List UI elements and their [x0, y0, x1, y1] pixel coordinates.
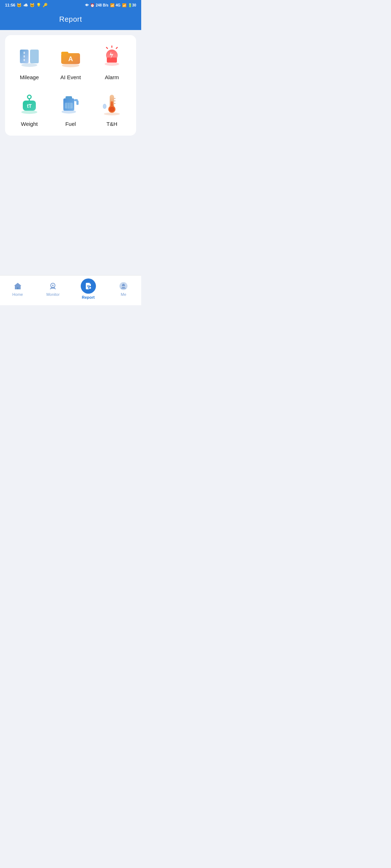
nav-label-report: Report	[82, 295, 94, 299]
alarm-menu-item[interactable]: Alarm	[91, 44, 133, 80]
svg-point-17	[28, 95, 31, 99]
svg-rect-23	[66, 96, 72, 99]
svg-point-29	[62, 110, 76, 114]
report-active-bubble	[81, 278, 96, 294]
svg-rect-4	[24, 59, 25, 61]
alarm-icon	[99, 44, 125, 70]
page-header: Report	[0, 10, 141, 30]
nav-label-home: Home	[12, 292, 23, 297]
tnh-icon	[99, 90, 125, 116]
home-icon	[13, 281, 22, 291]
svg-point-21	[21, 110, 37, 114]
mileage-menu-item[interactable]: Mileage	[9, 44, 50, 80]
svg-rect-26	[65, 103, 73, 109]
status-time: 11:56 🐱 ☁️ 🐱 💡 🔑	[5, 3, 48, 8]
svg-point-16	[105, 62, 119, 66]
me-icon	[119, 281, 128, 291]
svg-point-33	[109, 107, 114, 112]
svg-rect-40	[17, 287, 18, 289]
svg-text:tT: tT	[27, 103, 32, 109]
nav-item-monitor[interactable]: Monitor	[35, 281, 71, 297]
nav-item-me[interactable]: Me	[106, 281, 142, 297]
svg-point-42	[52, 285, 54, 286]
mileage-icon	[16, 44, 42, 70]
fuel-menu-item[interactable]: Fuel	[50, 90, 91, 127]
nav-label-monitor: Monitor	[46, 292, 60, 297]
alarm-label: Alarm	[105, 74, 119, 80]
ai-event-menu-item[interactable]: A AI Event	[50, 44, 91, 80]
nav-item-report[interactable]: Report	[71, 278, 106, 299]
tnh-label: T&H	[106, 121, 117, 127]
main-content: Mileage	[0, 30, 141, 275]
svg-text:A: A	[68, 55, 73, 63]
nav-item-home[interactable]: Home	[0, 281, 35, 297]
svg-point-9	[62, 64, 79, 67]
status-indicators: 👁 ⏰ 248 B/s 📶 4G 📶 🔋30	[85, 3, 136, 7]
status-bar: 11:56 🐱 ☁️ 🐱 💡 🔑 👁 ⏰ 248 B/s 📶 4G 📶 🔋30	[0, 0, 141, 10]
report-icon	[84, 282, 92, 290]
monitor-icon	[48, 281, 58, 291]
svg-line-11	[116, 47, 117, 48]
weight-menu-item[interactable]: tT Weight	[9, 90, 50, 127]
svg-point-38	[104, 105, 106, 108]
fuel-label: Fuel	[65, 121, 76, 127]
ai-event-icon: A	[58, 44, 84, 70]
fuel-icon	[58, 90, 84, 116]
report-menu-card: Mileage	[5, 35, 136, 136]
bottom-navigation: Home Monitor Report	[0, 275, 141, 305]
weight-label: Weight	[21, 121, 38, 127]
svg-rect-1	[30, 50, 39, 63]
weight-icon: tT	[16, 90, 42, 116]
nav-label-me: Me	[121, 292, 126, 297]
svg-point-5	[21, 63, 37, 67]
svg-rect-3	[24, 55, 25, 58]
mileage-label: Mileage	[20, 74, 39, 80]
svg-rect-14	[107, 58, 117, 63]
svg-rect-43	[87, 285, 90, 286]
page-title: Report	[59, 15, 82, 23]
ai-event-label: AI Event	[60, 74, 81, 80]
svg-point-48	[122, 285, 123, 286]
svg-line-12	[106, 47, 108, 48]
tnh-menu-item[interactable]: T&H	[91, 90, 133, 127]
svg-point-49	[124, 285, 125, 286]
svg-rect-25	[76, 101, 79, 105]
svg-rect-2	[24, 52, 25, 54]
svg-point-39	[104, 112, 120, 115]
